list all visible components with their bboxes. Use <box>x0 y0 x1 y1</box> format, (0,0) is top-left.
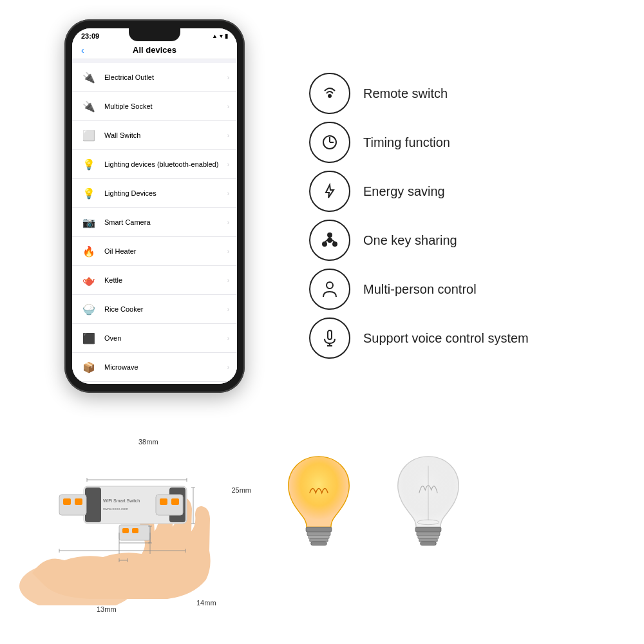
feature-row-voice-control: Support voice control system <box>309 317 612 359</box>
device-icon: 💡 <box>80 184 98 202</box>
device-name: Electrical Outlet <box>104 73 227 81</box>
svg-point-12 <box>327 282 333 289</box>
chevron-right-icon: › <box>227 74 229 81</box>
multi-person-control-label: Multi-person control <box>363 282 477 297</box>
smart-switch-svg: WiFi Smart Switch www.xxxx.com <box>13 425 232 605</box>
svg-text:www.xxxx.com: www.xxxx.com <box>102 507 128 511</box>
device-icon: 🔌 <box>80 97 98 115</box>
svg-rect-49 <box>306 527 332 532</box>
device-name: Lighting Devices <box>104 189 227 197</box>
phone-mockup: 23:09 ▲▾▮ ‹ All devices 🔌 Electrical Out… <box>19 13 290 412</box>
feature-row-one-key-sharing: One key sharing <box>309 220 612 261</box>
svg-rect-56 <box>415 527 441 532</box>
svg-point-6 <box>323 242 327 246</box>
clear-bulb <box>386 444 470 554</box>
feature-row-timing-function: Timing function <box>309 122 612 163</box>
device-icon: 🫖 <box>80 271 98 289</box>
device-list-item[interactable]: 🫖 Kettle › <box>72 266 237 295</box>
svg-text:WiFi Smart Switch: WiFi Smart Switch <box>103 498 140 503</box>
svg-point-0 <box>328 95 331 97</box>
device-list-item[interactable]: 📦 Microwave › <box>72 353 237 382</box>
chevron-right-icon: › <box>227 103 229 110</box>
chevron-right-icon: › <box>227 306 229 313</box>
energy-saving-icon <box>309 171 350 212</box>
device-icon: 📷 <box>80 213 98 231</box>
device-icon: 📦 <box>80 358 98 376</box>
timing-function-label: Timing function <box>363 135 450 150</box>
one-key-sharing-icon <box>309 220 350 261</box>
features-panel: Remote switch Timing function Energy sav… <box>290 13 625 412</box>
svg-rect-50 <box>307 532 330 536</box>
svg-rect-22 <box>59 495 86 515</box>
svg-rect-13 <box>328 330 332 339</box>
device-icon: ⬛ <box>80 329 98 347</box>
feature-row-remote-switch: Remote switch <box>309 73 612 114</box>
device-name: Wall Switch <box>104 131 227 139</box>
svg-rect-20 <box>85 488 101 522</box>
remote-switch-icon <box>309 73 350 114</box>
chevron-right-icon: › <box>227 161 229 168</box>
chevron-right-icon: › <box>227 277 229 284</box>
svg-rect-30 <box>132 528 138 533</box>
chevron-right-icon: › <box>227 364 229 371</box>
status-icons: ▲▾▮ <box>212 33 228 39</box>
device-name: Oil Heater <box>104 247 227 255</box>
svg-point-8 <box>328 233 332 237</box>
svg-rect-52 <box>310 538 328 542</box>
device-name: Oven <box>104 334 227 342</box>
multi-person-control-icon <box>309 269 350 310</box>
device-icon: 🍚 <box>80 300 98 318</box>
svg-rect-27 <box>171 498 179 505</box>
svg-rect-29 <box>122 528 129 533</box>
dim-13mm: 13mm <box>97 605 117 613</box>
chevron-right-icon: › <box>227 190 229 197</box>
device-list-item[interactable]: 🍚 Rice Cooker › <box>72 295 237 324</box>
device-name: Rice Cooker <box>104 305 227 313</box>
phone-status-bar: 23:09 ▲▾▮ <box>72 28 237 41</box>
device-name: Microwave <box>104 363 227 371</box>
timing-function-icon <box>309 122 350 163</box>
device-name: Lighting devices (bluetooth-enabled) <box>104 160 227 168</box>
bottom-section: 38mm 25mm 88mm 38mm 14mm 13mm WiFi Smart… <box>0 425 644 644</box>
feature-row-multi-person-control: Multi-person control <box>309 269 612 310</box>
chevron-right-icon: › <box>227 132 229 139</box>
device-name: Kettle <box>104 276 227 284</box>
svg-rect-60 <box>421 542 437 545</box>
screen-title: All devices <box>133 45 176 55</box>
one-key-sharing-label: One key sharing <box>363 233 457 248</box>
svg-marker-4 <box>326 185 334 198</box>
device-list-item[interactable]: 🔌 Multiple Socket › <box>72 92 237 121</box>
device-list-item[interactable]: 💡 Lighting devices (bluetooth-enabled) › <box>72 150 237 179</box>
warm-bulb <box>277 444 361 554</box>
back-button[interactable]: ‹ <box>81 45 84 55</box>
svg-rect-58 <box>418 536 439 539</box>
energy-saving-label: Energy saving <box>363 184 445 199</box>
device-illustration: 38mm 25mm 88mm 38mm 14mm 13mm WiFi Smart… <box>13 425 258 618</box>
device-list-item[interactable]: ⬛ Oven › <box>72 324 237 353</box>
device-icon: 💡 <box>80 155 98 173</box>
feature-row-energy-saving: Energy saving <box>309 171 612 212</box>
svg-point-7 <box>333 242 337 246</box>
device-icon: 🔌 <box>80 68 98 86</box>
device-list-item[interactable]: ⬜ Wall Switch › <box>72 121 237 150</box>
device-list: 🔌 Electrical Outlet › 🔌 Multiple Socket … <box>72 59 237 384</box>
chevron-right-icon: › <box>227 335 229 342</box>
device-name: Smart Camera <box>104 218 227 226</box>
device-list-item[interactable]: 🔌 Electrical Outlet › <box>72 63 237 92</box>
chevron-right-icon: › <box>227 219 229 226</box>
voice-control-label: Support voice control system <box>363 331 529 346</box>
device-list-item[interactable]: 📷 Smart Camera › <box>72 208 237 237</box>
svg-rect-26 <box>160 498 167 505</box>
device-icon: ⬜ <box>80 126 98 144</box>
device-icon: 🔥 <box>80 242 98 260</box>
device-list-item[interactable]: 💡 Lighting Devices › <box>72 179 237 208</box>
svg-rect-59 <box>419 538 437 542</box>
dim-25mm: 25mm <box>231 486 251 494</box>
svg-rect-24 <box>75 498 82 505</box>
device-list-item[interactable]: 🔥 Oil Heater › <box>72 237 237 266</box>
bulbs-container <box>258 425 470 567</box>
remote-switch-label: Remote switch <box>363 86 448 101</box>
svg-rect-51 <box>308 536 329 539</box>
device-list-item[interactable]: 🥛 Soymilk Maker › <box>72 382 237 384</box>
svg-rect-23 <box>63 498 71 505</box>
